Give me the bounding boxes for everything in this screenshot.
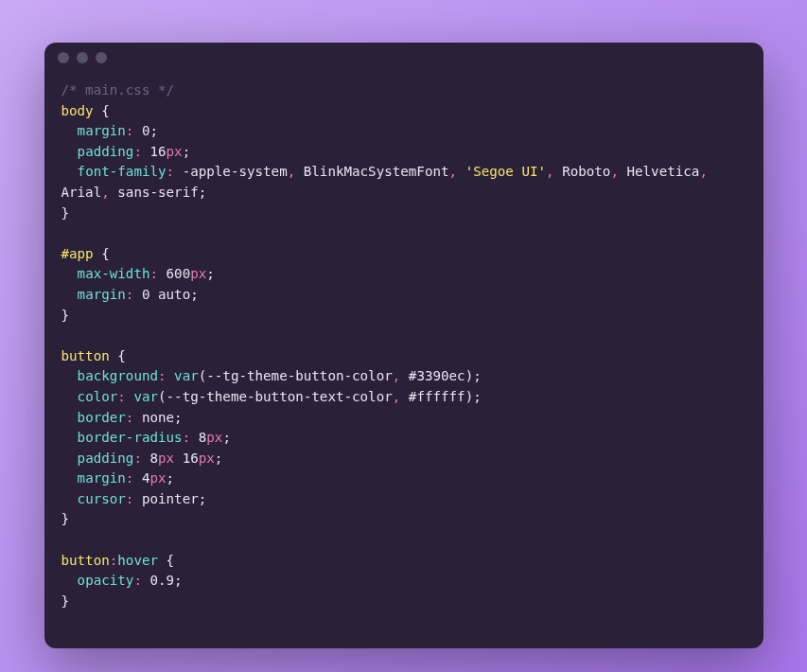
code-token: button <box>61 553 110 568</box>
code-token <box>61 368 78 383</box>
code-token: background <box>78 368 158 383</box>
code-token: px <box>158 451 174 466</box>
code-token: px <box>149 470 166 486</box>
code-token <box>61 266 78 281</box>
code-token <box>61 144 78 159</box>
code-token: ; <box>174 573 183 588</box>
code-token: : <box>158 368 167 383</box>
code-token: { <box>94 103 110 118</box>
code-token <box>61 491 78 506</box>
code-token: } <box>61 593 70 609</box>
code-token: #app <box>61 246 94 261</box>
code-token: font-family <box>78 164 167 179</box>
code-token: } <box>61 205 70 221</box>
code-token <box>133 470 142 486</box>
code-editor[interactable]: /* main.css */ body { margin: 0; padding… <box>44 73 763 628</box>
code-token: , <box>699 164 708 179</box>
code-token <box>158 266 167 281</box>
code-token <box>61 430 78 445</box>
code-token: hover <box>117 553 158 568</box>
code-token: cursor <box>78 491 126 506</box>
code-token: ; <box>473 389 482 404</box>
code-token: color <box>78 389 118 404</box>
code-token: ( <box>199 368 207 383</box>
code-token: 'Segoe UI' <box>465 164 546 179</box>
code-token: ( <box>158 389 167 404</box>
code-token: padding <box>78 451 134 466</box>
code-token: : <box>110 553 118 568</box>
code-token: opacity <box>78 573 134 588</box>
window-close-icon[interactable] <box>58 52 69 63</box>
code-token: , <box>449 164 458 179</box>
code-token: , <box>546 164 554 179</box>
code-token: 8 <box>149 451 158 466</box>
code-token <box>190 430 199 445</box>
code-token: var <box>133 389 158 404</box>
code-token: button <box>61 348 110 363</box>
code-token: margin <box>78 470 126 486</box>
code-token <box>61 573 78 588</box>
code-token <box>61 410 78 425</box>
code-token <box>61 123 78 138</box>
code-token: none; <box>133 410 182 425</box>
code-token: ; <box>183 144 191 159</box>
code-token: , <box>393 389 401 404</box>
code-token: --tg-theme-button-color <box>206 368 392 383</box>
titlebar <box>44 43 763 73</box>
code-token: Arial <box>61 185 102 200</box>
code-token: -apple-system <box>174 164 288 179</box>
code-token: pointer; <box>133 491 206 506</box>
code-token <box>133 287 142 302</box>
code-token: : <box>167 164 175 179</box>
code-token: } <box>61 511 70 526</box>
code-token: auto; <box>149 287 198 302</box>
code-token: padding <box>78 144 134 159</box>
code-token <box>174 451 183 466</box>
code-token: Roboto <box>554 164 611 179</box>
code-token: ; <box>215 451 223 466</box>
code-token: 16 <box>149 144 166 159</box>
code-token: ; <box>206 266 215 281</box>
code-token <box>457 164 465 179</box>
code-token <box>61 451 78 466</box>
code-token: ; <box>167 470 175 486</box>
code-token <box>167 368 175 383</box>
code-token <box>61 287 78 302</box>
code-token: 0.9 <box>149 573 174 588</box>
editor-window: /* main.css */ body { margin: 0; padding… <box>44 43 763 648</box>
code-token: body <box>61 103 94 118</box>
code-token: ; <box>222 430 231 445</box>
code-token <box>133 123 142 138</box>
code-token: px <box>199 451 215 466</box>
code-token <box>61 470 78 486</box>
code-token: , <box>101 185 110 200</box>
code-token: } <box>61 308 70 323</box>
code-token: : <box>133 451 142 466</box>
code-token: 16 <box>183 451 199 466</box>
code-token: margin <box>78 123 126 138</box>
code-token: px <box>167 144 183 159</box>
code-token: --tg-theme-button-text-color <box>167 389 393 404</box>
code-token: , <box>393 368 401 383</box>
code-token: : <box>183 430 191 445</box>
code-token: margin <box>78 287 126 302</box>
code-token: : <box>149 266 158 281</box>
code-token: ; <box>473 368 482 383</box>
code-token: BlinkMacSystemFont <box>295 164 448 179</box>
code-token: border <box>78 410 126 425</box>
window-maximize-icon[interactable] <box>96 52 107 63</box>
code-token: 8 <box>199 430 207 445</box>
window-minimize-icon[interactable] <box>77 52 88 63</box>
code-token: sans-serif; <box>110 185 207 200</box>
code-token: px <box>206 430 222 445</box>
code-token: : <box>117 389 126 404</box>
code-token: , <box>288 164 296 179</box>
code-token: : <box>133 573 142 588</box>
code-token: border-radius <box>78 430 183 445</box>
code-token: { <box>94 246 110 261</box>
code-token: #3390ec) <box>400 368 473 383</box>
code-token <box>61 389 78 404</box>
code-token: { <box>158 553 174 568</box>
code-token <box>61 164 78 179</box>
code-token: ; <box>149 123 158 138</box>
